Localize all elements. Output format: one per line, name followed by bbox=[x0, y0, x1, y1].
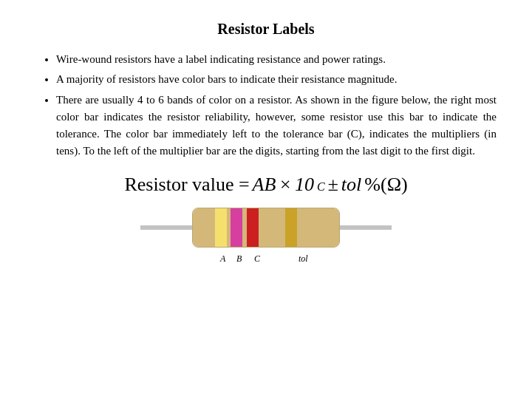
page-title: Resistor Labels bbox=[35, 21, 497, 38]
band-magenta bbox=[231, 208, 242, 247]
band-gold bbox=[285, 208, 297, 247]
resistor-diagram: A B C tol bbox=[35, 208, 497, 267]
bullet-1: Wire-wound resistors have a label indica… bbox=[56, 51, 497, 68]
page: Resistor Labels Wire-wound resistors hav… bbox=[0, 0, 532, 399]
label-tol: tol bbox=[299, 253, 308, 265]
formula-tol: tol bbox=[341, 174, 361, 196]
formula-units: %(Ω) bbox=[364, 174, 407, 196]
gap-3 bbox=[259, 208, 285, 247]
bullet-2: A majority of resistors have color bars … bbox=[56, 71, 497, 88]
bullet-3: There are usually 4 to 6 bands of color … bbox=[56, 92, 497, 160]
label-A: A bbox=[220, 253, 225, 265]
formula-ab: AB bbox=[253, 174, 276, 196]
resistor-body bbox=[192, 208, 340, 248]
band-tan-left bbox=[193, 208, 215, 247]
formula: Resistor value = AB × 10C ± tol %(Ω) bbox=[124, 174, 407, 196]
formula-10: 10 bbox=[295, 174, 314, 196]
formula-c: C bbox=[317, 180, 325, 194]
formula-times: × bbox=[279, 174, 292, 196]
band-tan-right bbox=[297, 208, 339, 247]
band-yellow bbox=[215, 208, 227, 247]
label-C: C bbox=[254, 253, 260, 265]
band-red bbox=[247, 208, 259, 247]
formula-prefix: Resistor value = bbox=[124, 174, 249, 196]
formula-pm: ± bbox=[328, 174, 338, 196]
right-leads bbox=[340, 220, 392, 235]
left-leads bbox=[140, 220, 192, 235]
formula-section: Resistor value = AB × 10C ± tol %(Ω) bbox=[35, 174, 497, 267]
bullet-list: Wire-wound resistors have a label indica… bbox=[35, 51, 497, 160]
label-B: B bbox=[236, 253, 242, 265]
band-labels-container: A B C tol bbox=[192, 249, 340, 267]
resistor-body-row bbox=[140, 208, 392, 248]
